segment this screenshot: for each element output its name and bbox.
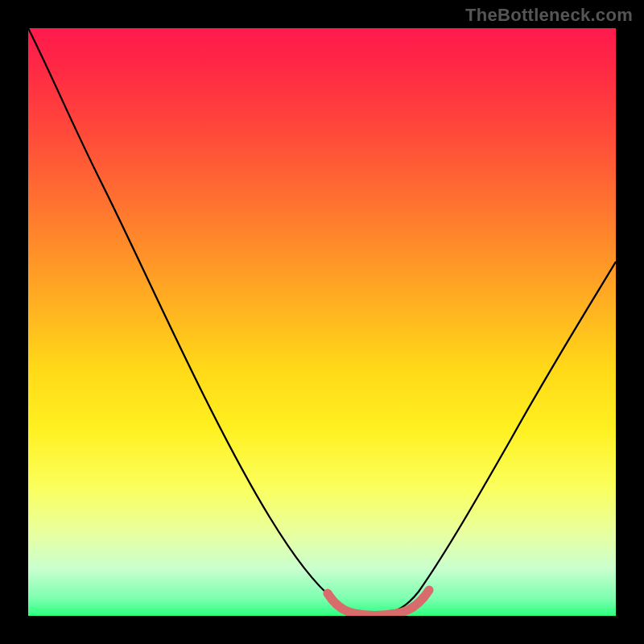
bottleneck-curve bbox=[28, 28, 616, 614]
watermark-text: TheBottleneck.com bbox=[465, 5, 633, 26]
optimal-range-highlight bbox=[328, 590, 429, 615]
chart-frame: TheBottleneck.com bbox=[0, 0, 644, 644]
curve-layer bbox=[28, 28, 616, 616]
plot-area bbox=[28, 28, 616, 616]
